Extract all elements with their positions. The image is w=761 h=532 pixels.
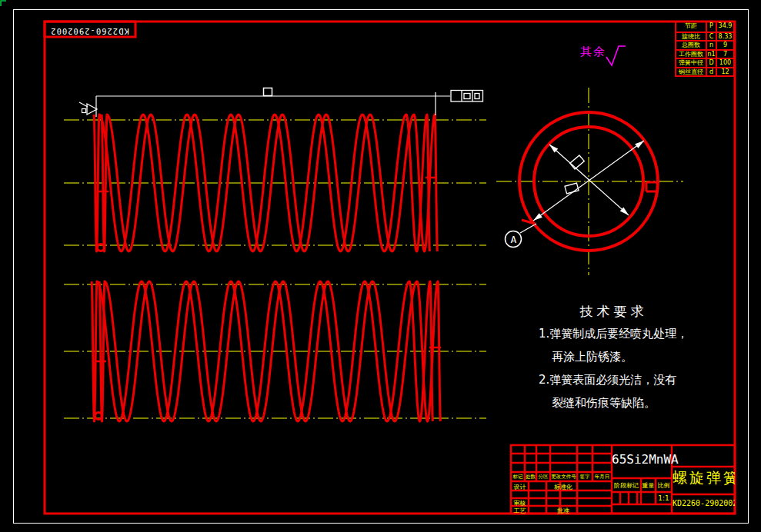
section-label: A xyxy=(507,234,520,245)
table-row: 弹簧中径D100 xyxy=(676,58,733,67)
table-row: 钢丝直径d12 xyxy=(676,67,733,76)
wire-end-loop xyxy=(95,413,102,420)
table-row: 总圈数n9 xyxy=(676,40,733,49)
label-stage-mark: 阶段标记 xyxy=(612,481,641,490)
section-leader-line xyxy=(520,224,536,233)
datum-arrow-icon xyxy=(87,104,97,115)
wire-end-loop xyxy=(98,244,105,251)
table-row: 节距P34.9 xyxy=(676,22,733,32)
part-name: 螺旋弹簧 xyxy=(673,468,735,488)
title-block-drawing-number: KD2260-2902002 xyxy=(673,499,735,507)
label-weight: 重量 xyxy=(641,481,656,490)
datum-square-icon xyxy=(82,109,86,113)
spring-parameter-table: 节距P34.9 旋绕比C8.33 总圈数n9 工作圈数n17 弹簧中径D100 … xyxy=(675,21,735,77)
roughness-symbol-icon xyxy=(606,46,626,65)
material-spec: 65Si2MnWA xyxy=(612,452,672,467)
tolerance-frame-icon xyxy=(451,91,483,102)
label-process: 工艺 xyxy=(511,507,529,515)
table-row: 工作圈数n17 xyxy=(676,49,733,58)
tech-requirements-text: 1.弹簧制成后要经喷丸处理， 再涂上防锈漆。 2.弹簧表面必须光洁，没有 裂缝和… xyxy=(539,322,712,414)
surface-note-label: 其余 xyxy=(580,45,606,59)
frame-drawing-number: KD2260-2902002 xyxy=(45,22,135,36)
tech-requirements-title: 技术要求 xyxy=(539,303,689,321)
revision-header-row: 标记 处数 分区 更改文件号 签字 年月日 xyxy=(511,474,612,480)
table-row: 旋绕比C8.33 xyxy=(676,32,733,41)
label-design: 设计 xyxy=(511,483,529,491)
corner-mark-icon xyxy=(1,1,6,6)
symbol-box xyxy=(264,88,272,96)
scale-value: 1:1 xyxy=(656,494,672,502)
label-approve: 批准 xyxy=(549,507,577,515)
top-annotations xyxy=(79,88,483,118)
label-standardization: 标准化 xyxy=(549,483,577,491)
label-scale: 比例 xyxy=(656,481,672,490)
cad-drawing-sheet: KD2260-2902002 其余 节距P34.9 旋绕比C8.33 总圈数n9… xyxy=(0,0,761,532)
